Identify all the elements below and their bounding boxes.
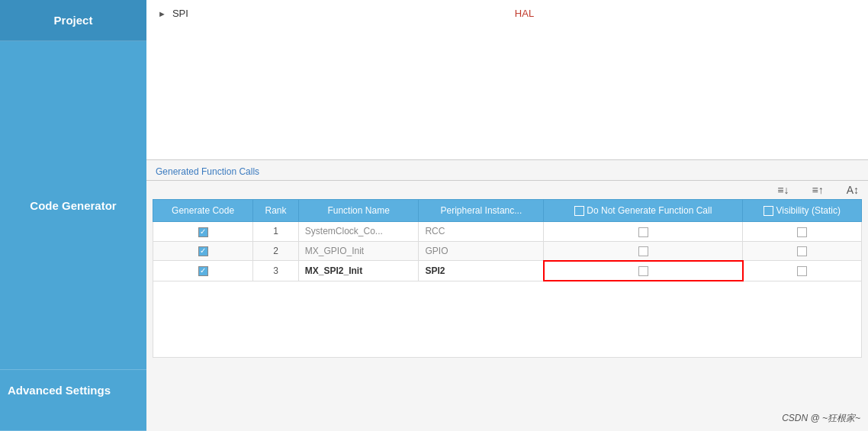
spi-arrow-icon: ► [158, 9, 166, 18]
visibility-header-checkbox[interactable] [764, 206, 773, 216]
function-name-cell-3: MX_SPI2_Init [298, 261, 419, 281]
sidebar-item-advanced-settings[interactable]: Advanced Settings [0, 370, 146, 431]
rank-cell-3: 3 [253, 261, 299, 281]
function-name-cell-1: SystemClock_Co... [298, 222, 419, 241]
table-row: 3 MX_SPI2_Init SPI2 [153, 261, 862, 281]
generate-code-cell-3[interactable] [153, 261, 253, 281]
rank-cell-1: 1 [253, 222, 299, 241]
watermark: CSDN @ ~狂根家~ [782, 412, 860, 425]
top-panel: ► SPI HAL [146, 0, 868, 160]
do-not-generate-cell-2[interactable] [544, 241, 743, 261]
table-wrapper: Generate Code Rank Function Name Periphe… [146, 199, 868, 364]
visibility-cell-3[interactable] [743, 261, 862, 281]
section-header-text: Generated Function Calls [156, 166, 259, 177]
col-generate-code: Generate Code [153, 200, 253, 222]
peripheral-cell-2: GPIO [419, 241, 544, 261]
do-not-generate-cell-1[interactable] [544, 222, 743, 241]
rank-cell-2: 2 [253, 241, 299, 261]
project-label: Project [54, 14, 93, 27]
visibility-checkbox-1[interactable] [797, 227, 807, 237]
col-peripheral: Peripheral Instanc... [419, 200, 544, 222]
col-rank: Rank [253, 200, 299, 222]
spi-label: SPI [172, 8, 188, 19]
col-function-name: Function Name [298, 200, 419, 222]
generated-section: Generated Function Calls ≡↓ ≡↑ A↕ Genera… [146, 160, 868, 431]
function-name-cell-2: MX_GPIO_Init [298, 241, 419, 261]
table-row: 2 MX_GPIO_Init GPIO [153, 241, 862, 261]
do-not-generate-checkbox-1[interactable] [638, 227, 648, 237]
col-do-not-generate: Do Not Generate Function Call [544, 200, 743, 222]
watermark-text: CSDN @ ~狂根家~ [782, 413, 860, 423]
sidebar-item-project[interactable]: Project [0, 0, 146, 41]
do-not-generate-header-checkbox[interactable] [574, 206, 584, 216]
generate-code-checkbox-2[interactable] [198, 246, 208, 256]
sort-az-icon[interactable]: A↕ [847, 184, 859, 196]
empty-area [153, 281, 862, 358]
generate-code-checkbox-1[interactable] [198, 227, 208, 237]
function-table: Generate Code Rank Function Name Periphe… [153, 199, 862, 281]
generate-code-cell-2[interactable] [153, 241, 253, 261]
peripheral-cell-3: SPI2 [419, 261, 544, 281]
do-not-generate-checkbox-2[interactable] [638, 246, 648, 256]
peripheral-cell-1: RCC [419, 222, 544, 241]
sidebar-item-code-generator[interactable]: Code Generator [0, 41, 146, 370]
visibility-cell-2[interactable] [743, 241, 862, 261]
code-generator-label: Code Generator [30, 199, 116, 212]
section-header: Generated Function Calls [146, 160, 868, 181]
hal-label: HAL [515, 8, 534, 19]
do-not-generate-checkbox-3[interactable] [638, 266, 648, 276]
sort-icons-row: ≡↓ ≡↑ A↕ [146, 181, 868, 199]
visibility-checkbox-2[interactable] [797, 246, 807, 256]
sidebar: Project Code Generator Advanced Settings [0, 0, 146, 431]
sort-asc-icon[interactable]: ≡↑ [812, 184, 823, 196]
table-row: 1 SystemClock_Co... RCC [153, 222, 862, 241]
generate-code-cell-1[interactable] [153, 222, 253, 241]
table-header-row: Generate Code Rank Function Name Periphe… [153, 200, 862, 222]
col-visibility: Visibility (Static) [743, 200, 862, 222]
advanced-settings-label: Advanced Settings [8, 384, 111, 397]
sort-desc-icon[interactable]: ≡↓ [777, 184, 789, 196]
do-not-generate-cell-3[interactable] [544, 261, 743, 281]
visibility-checkbox-3[interactable] [797, 266, 807, 276]
spi-item: ► SPI HAL [158, 8, 534, 19]
generate-code-checkbox-3[interactable] [198, 266, 208, 276]
visibility-cell-1[interactable] [743, 222, 862, 241]
main-content: ► SPI HAL Generated Function Calls ≡↓ ≡↑… [146, 0, 868, 431]
